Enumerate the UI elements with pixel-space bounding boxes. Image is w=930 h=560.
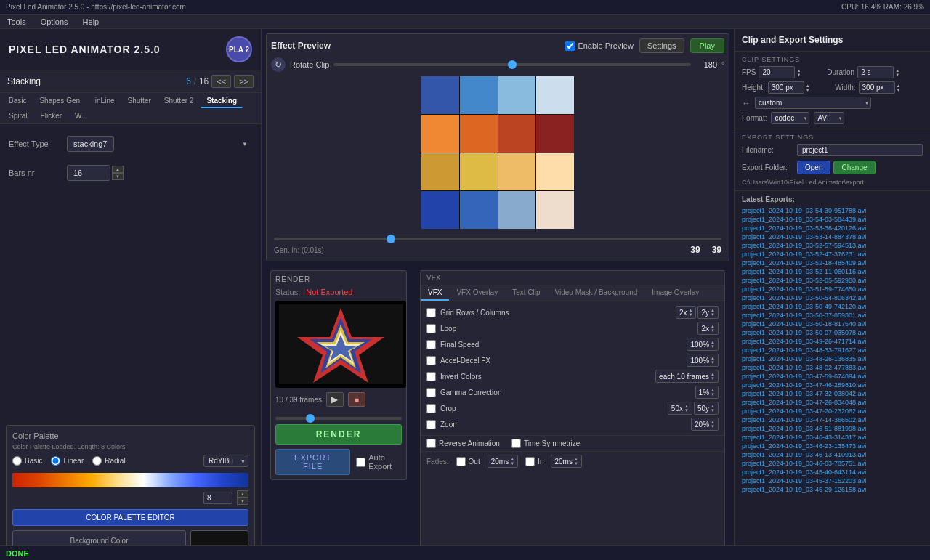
- fades-in[interactable]: In: [525, 457, 543, 466]
- export-item[interactable]: project1_2024-10-19_03-46-13-410913.avi: [742, 450, 923, 459]
- export-item[interactable]: project1_2024-10-19_03-45-37-152203.avi: [742, 476, 923, 485]
- menu-help[interactable]: Help: [80, 17, 102, 26]
- vfx-speed-checkbox[interactable]: [426, 340, 436, 349]
- vfx-gamma-checkbox[interactable]: [426, 388, 436, 397]
- open-folder-btn[interactable]: Open: [797, 161, 830, 174]
- enable-preview-input[interactable]: [565, 41, 575, 51]
- cp-palette-select[interactable]: RdYlBu: [203, 455, 248, 467]
- bars-nr-down[interactable]: ▼: [112, 173, 124, 180]
- vfx-tab-vfx[interactable]: VFX: [421, 285, 449, 301]
- tab-shutter[interactable]: Shutter: [122, 94, 157, 108]
- custom-select[interactable]: custom: [755, 97, 871, 109]
- tab-shapes-gen[interactable]: Shapes Gen.: [33, 94, 87, 108]
- export-item[interactable]: project1_2024-10-19_03-46-51-881998.avi: [742, 424, 923, 433]
- fades-out[interactable]: Out: [456, 457, 480, 466]
- ep-play-btn[interactable]: Play: [690, 38, 724, 53]
- cp-count-down[interactable]: ▼: [237, 498, 248, 505]
- reverse-animation-checkbox[interactable]: [426, 439, 436, 448]
- export-item[interactable]: project1_2024-10-19_03-47-26-834048.avi: [742, 398, 923, 407]
- tab-more[interactable]: W...: [69, 110, 93, 122]
- tab-spiral[interactable]: Spiral: [3, 110, 33, 122]
- fades-in-checkbox[interactable]: [525, 457, 535, 466]
- avi-select[interactable]: AVI: [814, 112, 844, 124]
- export-item[interactable]: project1_2024-10-19_03-51-59-774650.avi: [742, 285, 923, 293]
- vfx-loop-checkbox[interactable]: [426, 324, 436, 333]
- render-timeline-slider[interactable]: [275, 417, 402, 420]
- export-item[interactable]: project1_2024-10-19_03-47-59-674894.avi: [742, 372, 923, 381]
- change-folder-btn[interactable]: Change: [833, 161, 875, 174]
- render-play-btn[interactable]: ▶: [326, 392, 344, 407]
- ep-settings-btn[interactable]: Settings: [639, 38, 684, 53]
- tab-flicker[interactable]: Flicker: [35, 110, 68, 122]
- vfx-tab-image[interactable]: Image Overlay: [644, 285, 706, 301]
- height-input[interactable]: [768, 81, 804, 94]
- export-item[interactable]: project1_2024-10-19_03-46-43-314317.avi: [742, 433, 923, 442]
- codec-select[interactable]: codec: [771, 112, 809, 124]
- cp-radio-radial[interactable]: Radial: [92, 456, 125, 466]
- auto-export-checkbox[interactable]: Auto Export: [356, 453, 402, 471]
- bars-nr-up[interactable]: ▲: [112, 166, 124, 173]
- reverse-animation-row[interactable]: Reverse Animation: [426, 439, 500, 448]
- export-item[interactable]: project1_2024-10-19_03-52-18-485409.avi: [742, 259, 923, 267]
- vfx-accel-checkbox[interactable]: [426, 356, 436, 365]
- menu-tools[interactable]: Tools: [4, 17, 29, 26]
- vfx-zoom-checkbox[interactable]: [426, 420, 436, 429]
- vfx-crop-checkbox[interactable]: [426, 404, 436, 413]
- export-item[interactable]: project1_2024-10-19_03-54-30-951788.avi: [742, 206, 923, 215]
- export-item[interactable]: project1_2024-10-19_03-50-37-859301.avi: [742, 311, 923, 320]
- render-stop-btn[interactable]: ■: [348, 392, 365, 407]
- export-item[interactable]: project1_2024-10-19_03-52-11-060116.avi: [742, 267, 923, 276]
- link-icon[interactable]: ↔: [742, 98, 751, 108]
- export-item[interactable]: project1_2024-10-19_03-48-33-791627.avi: [742, 346, 923, 354]
- export-item[interactable]: project1_2024-10-19_03-47-46-289810.avi: [742, 381, 923, 389]
- enable-preview-checkbox[interactable]: Enable Preview: [565, 41, 633, 51]
- export-item[interactable]: project1_2024-10-19_03-52-05-592980.avi: [742, 276, 923, 285]
- time-symmetrize-row[interactable]: Time Symmetrize: [512, 439, 580, 448]
- cp-radio-linear[interactable]: Linear: [51, 456, 84, 466]
- timeline-slider[interactable]: [274, 238, 721, 240]
- vfx-tab-text[interactable]: Text Clip: [505, 285, 547, 301]
- export-item[interactable]: project1_2024-10-19_03-50-18-817540.avi: [742, 320, 923, 328]
- export-item[interactable]: project1_2024-10-19_03-47-14-366502.avi: [742, 415, 923, 424]
- time-symmetrize-checkbox[interactable]: [512, 439, 521, 448]
- export-item[interactable]: project1_2024-10-19_03-47-32-038042.avi: [742, 389, 923, 398]
- export-item[interactable]: project1_2024-10-19_03-48-02-477883.avi: [742, 363, 923, 372]
- stacking-next-btn[interactable]: >>: [234, 75, 254, 88]
- menu-options[interactable]: Options: [38, 17, 71, 26]
- fps-input[interactable]: [759, 66, 795, 78]
- export-item[interactable]: project1_2024-10-19_03-50-49-742120.avi: [742, 302, 923, 311]
- cp-editor-btn[interactable]: COLOR PALETTE EDITOR: [12, 509, 248, 526]
- export-file-btn[interactable]: EXPORT FILE: [275, 449, 350, 475]
- cp-radio-basic-input[interactable]: [12, 456, 22, 466]
- export-item[interactable]: project1_2024-10-19_03-54-03-584439.avi: [742, 215, 923, 224]
- vfx-tab-video-mask[interactable]: Video Mask / Background: [548, 285, 645, 301]
- render-btn[interactable]: RENDER: [275, 424, 402, 445]
- tab-shutter2[interactable]: Shutter 2: [158, 94, 200, 108]
- stacking-prev-btn[interactable]: <<: [211, 75, 231, 88]
- cp-count-up[interactable]: ▲: [237, 490, 248, 498]
- tab-inline[interactable]: inLine: [89, 94, 121, 108]
- tab-stacking[interactable]: Stacking: [201, 94, 243, 108]
- export-item[interactable]: project1_2024-10-19_03-46-03-785751.avi: [742, 459, 923, 468]
- rotate-slider[interactable]: [333, 63, 691, 66]
- effect-type-select[interactable]: stacking7: [67, 136, 114, 152]
- export-item[interactable]: project1_2024-10-19_03-45-29-126158.avi: [742, 485, 923, 494]
- cp-radio-linear-input[interactable]: [51, 456, 60, 466]
- export-item[interactable]: project1_2024-10-19_03-52-47-376231.avi: [742, 250, 923, 259]
- export-item[interactable]: project1_2024-10-19_03-50-54-806342.avi: [742, 293, 923, 302]
- export-item[interactable]: project1_2024-10-19_03-53-36-420126.avi: [742, 224, 923, 232]
- vfx-grid-checkbox[interactable]: [426, 308, 436, 317]
- filename-input[interactable]: [797, 144, 923, 156]
- export-item[interactable]: project1_2024-10-19_03-49-26-471714.avi: [742, 337, 923, 346]
- cp-radio-basic[interactable]: Basic: [12, 456, 42, 466]
- export-item[interactable]: project1_2024-10-19_03-45-40-643114.avi: [742, 468, 923, 476]
- vfx-invert-checkbox[interactable]: [426, 372, 436, 381]
- bars-nr-input[interactable]: [67, 165, 110, 181]
- export-item[interactable]: project1_2024-10-19_03-48-26-136835.avi: [742, 354, 923, 363]
- export-item[interactable]: project1_2024-10-19_03-47-20-232062.avi: [742, 407, 923, 415]
- tab-basic[interactable]: Basic: [3, 94, 32, 108]
- cp-count-input[interactable]: [203, 492, 232, 504]
- export-item[interactable]: project1_2024-10-19_03-53-14-884378.avi: [742, 232, 923, 241]
- fades-out-checkbox[interactable]: [456, 457, 466, 466]
- export-item[interactable]: project1_2024-10-19_03-46-23-135473.avi: [742, 442, 923, 450]
